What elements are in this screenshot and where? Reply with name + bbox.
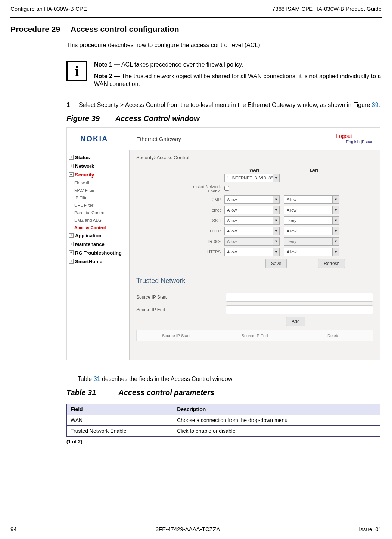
figure-label: Figure 39	[66, 114, 100, 123]
sidebar-sub-mac-filter[interactable]: MAC Filter	[67, 187, 129, 194]
table-link[interactable]: 31	[94, 376, 100, 382]
sidebar-sub-firewall[interactable]: Firewall	[67, 179, 129, 187]
chevron-down-icon: ▼	[332, 196, 339, 203]
row-label-telnet: Telnet	[177, 208, 224, 212]
expand-icon[interactable]: +	[69, 155, 74, 160]
issue-number: Issue: 01	[359, 526, 382, 532]
table-row: Trusted Network Enable Click to enable o…	[67, 425, 380, 436]
tn-col-delete: Delete	[294, 330, 373, 341]
note1-text: ACL takes precedence over the firewall p…	[120, 61, 243, 68]
sidebar-item-status[interactable]: +Status	[67, 153, 129, 162]
screenshot-figure: NOKIA Ethernet Gateway Logout English |E…	[66, 127, 380, 360]
add-button[interactable]: Add	[286, 317, 305, 326]
sidebar-item-security[interactable]: −Security	[67, 170, 129, 179]
sidebar: +Status +Network −Security Firewall MAC …	[67, 150, 130, 360]
chevron-down-icon: ▼	[332, 227, 339, 235]
table-intro: Table 31 describes the fields in the Acc…	[78, 376, 382, 382]
http-lan-select[interactable]: Allow▼	[284, 227, 339, 235]
lang-english[interactable]: English	[346, 139, 360, 144]
sidebar-sub-url-filter[interactable]: URL Filter	[67, 201, 129, 209]
src-ip-end-label: Source IP End	[136, 307, 226, 312]
src-ip-start-input[interactable]	[226, 293, 373, 302]
src-ip-start-label: Source IP Start	[136, 295, 226, 300]
sidebar-sub-parental[interactable]: Parental Control	[67, 209, 129, 216]
tne-label: Trusted Network Enable	[177, 184, 224, 193]
expand-icon[interactable]: +	[69, 259, 74, 264]
header-right: 7368 ISAM CPE HA-030W-B Product Guide	[272, 6, 382, 12]
sidebar-item-maintenance[interactable]: +Maintenance	[67, 240, 129, 249]
row-label-icmp: ICMP	[177, 197, 224, 202]
chevron-down-icon: ▼	[273, 227, 279, 235]
figure-link[interactable]: 39	[372, 102, 379, 108]
sidebar-sub-ip-filter[interactable]: IP Filter	[67, 194, 129, 201]
th-description: Description	[173, 404, 380, 415]
procedure-title: Access control configuration	[71, 25, 179, 34]
procedure-label: Procedure 29	[10, 25, 60, 34]
intro-text: This procedure describes how to configur…	[66, 42, 382, 49]
lang-espanol[interactable]: Espaol	[362, 139, 374, 144]
row-label-http: HTTP	[177, 229, 224, 233]
chevron-down-icon: ▼	[273, 196, 279, 203]
nokia-logo: NOKIA	[67, 135, 130, 143]
table-title: Access control parameters	[118, 388, 214, 397]
expand-icon[interactable]: +	[69, 242, 74, 246]
expand-icon[interactable]: +	[69, 233, 74, 238]
refresh-button[interactable]: Refresh	[318, 259, 345, 268]
http-wan-select[interactable]: Allow▼	[224, 227, 280, 235]
gateway-label: Ethernet Gateway	[130, 136, 336, 142]
https-wan-select[interactable]: Allow▼	[224, 248, 280, 256]
chevron-down-icon: ▼	[273, 238, 279, 245]
table-pagenote: (1 of 2)	[66, 439, 382, 444]
note1-label: Note 1 —	[94, 61, 120, 68]
tn-col-source-start: Source IP Start	[137, 330, 215, 341]
header-left: Configure an HA-030W-B CPE	[10, 6, 87, 12]
param-table: Field Description WAN Choose a connectio…	[66, 404, 380, 437]
tr069-lan-select: Deny▼	[284, 237, 339, 246]
step-text: Select Security > Access Control from th…	[79, 101, 380, 109]
row-label-https: HTTPS	[177, 250, 224, 254]
https-lan-select[interactable]: Allow▼	[284, 248, 339, 256]
doc-id: 3FE-47429-AAAA-TCZZA	[156, 526, 220, 532]
tr069-wan-select: Allow▼	[224, 237, 280, 246]
chevron-down-icon: ▼	[273, 174, 279, 182]
info-icon: i	[66, 61, 87, 81]
icmp-lan-select[interactable]: Allow▼	[284, 195, 339, 204]
tne-checkbox[interactable]	[224, 186, 229, 191]
tn-col-source-end: Source IP End	[215, 330, 294, 341]
breadcrumb: Security>Access Control	[136, 155, 373, 160]
sidebar-item-application[interactable]: +Application	[67, 231, 129, 240]
chevron-down-icon: ▼	[273, 248, 279, 256]
note2-text: The trusted network object will be share…	[94, 73, 381, 87]
col-header-lan: LAN	[284, 168, 344, 172]
ssh-wan-select[interactable]: Allow▼	[224, 216, 280, 225]
sidebar-sub-dmz[interactable]: DMZ and ALG	[67, 216, 129, 224]
sidebar-sub-access-control[interactable]: Access Control	[67, 224, 129, 231]
sidebar-item-smarthome[interactable]: +SmartHome	[67, 257, 129, 266]
sidebar-item-network[interactable]: +Network	[67, 162, 129, 170]
chevron-down-icon: ▼	[273, 206, 279, 214]
chevron-down-icon: ▼	[332, 217, 339, 224]
figure-title: Access Control window	[115, 114, 200, 123]
sidebar-item-rg[interactable]: +RG Troubleshooting	[67, 249, 129, 257]
ssh-lan-select[interactable]: Deny▼	[284, 216, 339, 225]
telnet-lan-select[interactable]: Allow▼	[284, 206, 339, 214]
expand-icon[interactable]: +	[69, 250, 74, 255]
note2-label: Note 2 —	[94, 73, 120, 79]
chevron-down-icon: ▼	[332, 238, 339, 245]
trusted-network-title: Trusted Network	[136, 277, 373, 287]
step-number: 1	[66, 101, 70, 109]
chevron-down-icon: ▼	[332, 248, 339, 256]
collapse-icon[interactable]: −	[69, 172, 74, 177]
table-row: WAN Choose a connection from the drop-do…	[67, 415, 380, 425]
col-header-wan: WAN	[224, 168, 284, 172]
row-label-tr069: TR-069	[177, 239, 224, 244]
src-ip-end-input[interactable]	[226, 305, 373, 314]
telnet-wan-select[interactable]: Allow▼	[224, 206, 280, 214]
icmp-wan-select[interactable]: Allow▼	[224, 195, 280, 204]
table-label: Table 31	[66, 388, 96, 397]
wan-connection-select[interactable]: 1_INTERNET_B_VID_88▼	[224, 174, 280, 182]
save-button[interactable]: Save	[265, 259, 287, 268]
expand-icon[interactable]: +	[69, 164, 74, 168]
page-number: 94	[10, 526, 17, 532]
logout-link[interactable]: Logout	[336, 133, 352, 139]
